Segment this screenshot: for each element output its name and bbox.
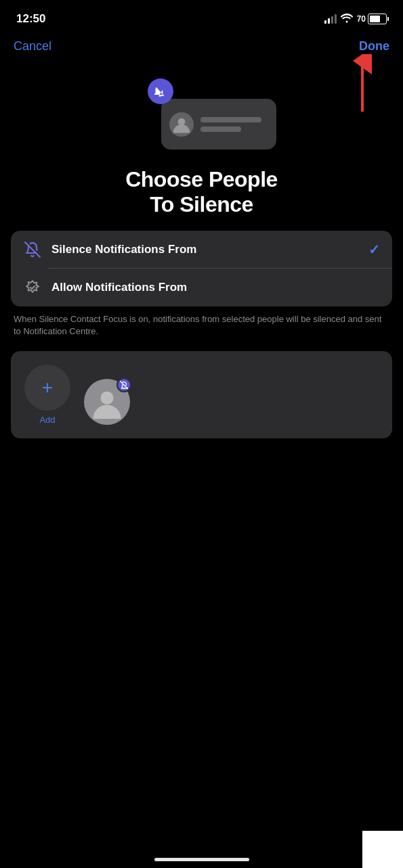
svg-line-3 xyxy=(25,242,40,257)
badge-check-icon xyxy=(23,278,42,297)
done-button[interactable]: Done xyxy=(359,39,389,53)
hero-illustration xyxy=(127,75,276,150)
status-time: 12:50 xyxy=(16,12,45,26)
silence-checkmark: ✓ xyxy=(368,242,380,258)
allow-option-label: Allow Notifications From xyxy=(51,281,380,294)
add-person-button-container[interactable]: + Add xyxy=(24,365,70,425)
people-section: + Add xyxy=(11,351,392,438)
silence-notifications-option[interactable]: Silence Notifications From ✓ xyxy=(11,231,392,269)
svg-point-4 xyxy=(100,392,113,405)
bottom-right-decoration xyxy=(362,831,403,868)
notif-line-2 xyxy=(200,127,241,132)
allow-notifications-option[interactable]: Allow Notifications From xyxy=(11,269,392,306)
signal-icon xyxy=(324,14,337,24)
silence-badge-icon xyxy=(148,78,173,104)
helper-text: When Silence Contact Focus is on, notifi… xyxy=(0,306,403,348)
cancel-button[interactable]: Cancel xyxy=(14,39,51,53)
person-avatar-container[interactable] xyxy=(84,379,130,425)
page-title: Choose PeopleTo Silence xyxy=(27,167,376,217)
add-circle-button[interactable]: + xyxy=(24,365,70,411)
person-silence-badge xyxy=(116,378,131,392)
home-indicator xyxy=(154,858,249,861)
red-arrow-indicator xyxy=(342,54,383,115)
notif-line-1 xyxy=(200,117,261,122)
notif-avatar xyxy=(169,112,194,137)
bell-slash-icon xyxy=(23,240,42,259)
status-bar: 12:50 70 xyxy=(0,0,403,34)
notif-lines xyxy=(200,117,268,132)
silence-option-label: Silence Notifications From xyxy=(51,243,359,256)
svg-point-2 xyxy=(177,118,185,125)
plus-icon: + xyxy=(42,378,53,397)
title-section: Choose PeopleTo Silence xyxy=(0,156,403,231)
battery-percent: 70 xyxy=(357,14,366,24)
status-icons: 70 xyxy=(324,14,387,25)
add-label: Add xyxy=(39,415,55,425)
battery-icon xyxy=(368,14,387,24)
options-list: Silence Notifications From ✓ Allow Notif… xyxy=(11,231,392,306)
wifi-icon xyxy=(341,14,353,25)
battery-group: 70 xyxy=(357,14,387,24)
notification-card xyxy=(161,99,276,150)
people-row: + Add xyxy=(24,365,379,425)
